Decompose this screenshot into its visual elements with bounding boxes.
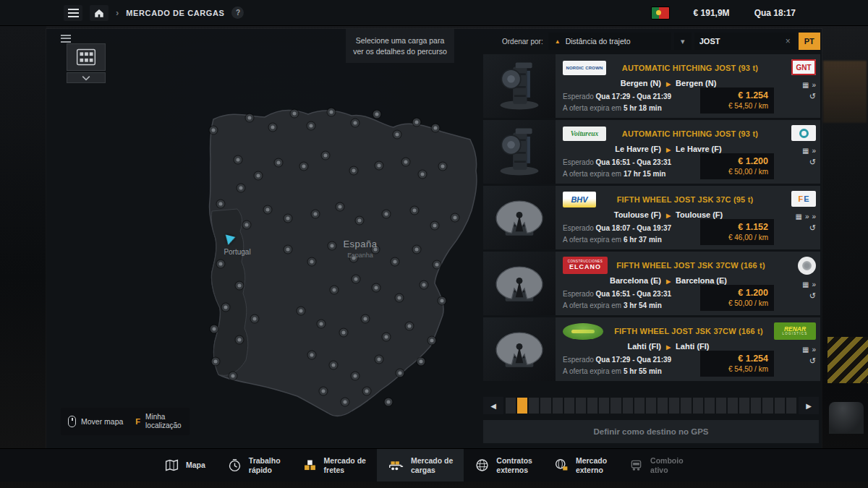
city-marker[interactable] <box>328 108 336 116</box>
pager-segment[interactable] <box>587 398 597 414</box>
city-marker[interactable] <box>356 217 364 225</box>
trailer-selector-button[interactable] <box>67 43 106 71</box>
pager-track[interactable] <box>503 397 799 414</box>
cargo-offer-card[interactable]: NORDIC CROWN AUTOMATIC HITCHING JOST (93… <box>483 54 820 118</box>
city-marker[interactable] <box>284 215 292 223</box>
city-marker[interactable] <box>229 372 237 380</box>
pager-segment[interactable] <box>529 398 539 414</box>
nav-external-market-tab[interactable]: Mercadoexterno <box>543 449 618 481</box>
cargo-offer-card[interactable]: CONSTRUCCIONES ELCANO FIFTH WHEEL JOST J… <box>483 252 820 315</box>
pager-segment[interactable] <box>705 398 715 414</box>
cargo-offer-card[interactable]: Voitureux AUTOMATIC HITCHING JOST (93 t)… <box>483 120 820 184</box>
city-marker[interactable] <box>308 258 316 266</box>
cargo-offer-card[interactable]: FIFTH WHEEL JOST JSK 37CW (166 t) Lahti … <box>483 317 820 381</box>
pager-segment[interactable] <box>762 398 773 414</box>
city-marker[interactable] <box>308 351 316 359</box>
cargo-offer-card[interactable]: BHV FIFTH WHEEL JOST JSK 37C (95 t) Toul… <box>483 186 820 249</box>
city-marker[interactable] <box>451 214 459 222</box>
pager-segment[interactable] <box>646 398 656 414</box>
city-marker[interactable] <box>320 388 328 395</box>
clear-search-icon[interactable]: × <box>786 36 791 46</box>
city-marker[interactable] <box>222 304 230 312</box>
nav-quick-job-tab[interactable]: Trabalhorápido <box>216 449 292 481</box>
city-marker[interactable] <box>385 398 393 406</box>
pager-segment[interactable] <box>693 398 703 414</box>
map[interactable]: España Espanha Portugal Selecione uma ca… <box>46 29 480 448</box>
city-marker[interactable] <box>439 163 447 171</box>
pager-segment[interactable] <box>658 398 668 414</box>
city-marker[interactable] <box>428 337 436 345</box>
city-marker[interactable] <box>210 325 218 333</box>
city-marker[interactable] <box>350 167 358 175</box>
city-marker[interactable] <box>330 361 338 369</box>
pager-segment[interactable] <box>576 398 586 414</box>
city-marker[interactable] <box>406 322 414 330</box>
city-marker[interactable] <box>284 246 292 254</box>
city-marker[interactable] <box>373 111 381 119</box>
pager-segment[interactable] <box>634 398 644 414</box>
menu-button[interactable] <box>64 5 82 21</box>
city-marker[interactable] <box>375 356 383 364</box>
help-button[interactable]: ? <box>231 7 244 19</box>
nav-cargo-market-tab[interactable]: Mercado decargas <box>377 449 464 481</box>
pager-segment[interactable] <box>786 398 796 414</box>
search-input[interactable] <box>699 37 786 46</box>
pager-segment[interactable] <box>681 398 691 414</box>
pager-segment[interactable] <box>517 398 527 414</box>
city-marker[interactable] <box>411 207 419 215</box>
city-marker[interactable] <box>322 152 330 160</box>
pager-segment[interactable] <box>553 398 563 414</box>
pager-segment[interactable] <box>728 398 738 414</box>
city-marker[interactable] <box>391 258 399 266</box>
city-marker[interactable] <box>318 320 326 328</box>
city-marker[interactable] <box>275 159 283 167</box>
map-list-toggle-button[interactable] <box>61 33 75 44</box>
city-marker[interactable] <box>312 210 320 218</box>
city-marker[interactable] <box>352 275 360 283</box>
city-marker[interactable] <box>375 162 383 170</box>
sort-direction-button[interactable]: ▾ <box>674 33 692 50</box>
city-marker[interactable] <box>255 172 263 180</box>
city-marker[interactable] <box>264 206 272 214</box>
trailer-selector-expand-button[interactable] <box>67 72 106 83</box>
city-marker[interactable] <box>413 119 421 127</box>
city-marker[interactable] <box>236 282 244 290</box>
city-marker[interactable] <box>291 110 299 118</box>
city-marker[interactable] <box>217 200 225 208</box>
city-marker[interactable] <box>234 156 242 164</box>
city-marker[interactable] <box>396 369 404 377</box>
nav-map-tab[interactable]: Mapa <box>153 449 216 481</box>
language-button[interactable]: PT <box>799 33 820 50</box>
pager-segment[interactable] <box>599 398 609 414</box>
city-marker[interactable] <box>251 315 259 323</box>
pager-segment[interactable] <box>623 398 633 414</box>
city-marker[interactable] <box>396 294 404 302</box>
city-marker[interactable] <box>300 163 308 171</box>
pager-right-button[interactable]: ▶ <box>799 397 819 414</box>
city-marker[interactable] <box>336 203 344 211</box>
pager-segment[interactable] <box>716 398 726 414</box>
city-marker[interactable] <box>269 124 277 132</box>
pager-segment[interactable] <box>506 398 516 414</box>
city-marker[interactable] <box>383 210 391 218</box>
city-marker[interactable] <box>419 171 427 179</box>
nav-external-contracts-tab[interactable]: Contratosexternos <box>464 449 543 481</box>
city-marker[interactable] <box>433 261 441 269</box>
sort-dropdown[interactable]: ▲ Distância do trajeto <box>548 33 671 50</box>
city-marker[interactable] <box>417 358 425 366</box>
city-marker[interactable] <box>363 388 371 395</box>
city-marker[interactable] <box>210 127 218 134</box>
nav-active-convoy-tab[interactable]: Comboioativo <box>618 449 694 481</box>
city-marker[interactable] <box>431 222 439 230</box>
set-gps-destination-button[interactable]: Definir como destino no GPS <box>483 420 819 443</box>
pager-segment[interactable] <box>751 398 761 414</box>
pager-left-button[interactable]: ◀ <box>483 397 503 414</box>
city-marker[interactable] <box>352 119 359 127</box>
city-marker[interactable] <box>373 284 380 292</box>
city-marker[interactable] <box>438 297 446 305</box>
pager-segment[interactable] <box>669 398 679 414</box>
pager-segment[interactable] <box>739 398 749 414</box>
city-marker[interactable] <box>243 221 251 229</box>
nav-freight-market-tab[interactable]: Mercado defretes <box>292 449 377 481</box>
pager-segment[interactable] <box>775 398 785 414</box>
